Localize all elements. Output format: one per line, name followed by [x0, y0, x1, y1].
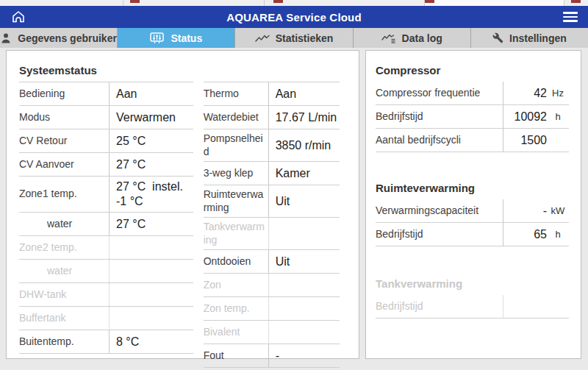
- row-value: Uit: [268, 185, 340, 217]
- row-value: 27 °C: [109, 153, 193, 176]
- table-row: Ruimteverwarming Uit: [204, 185, 340, 218]
- table-row: water 27 °C: [19, 213, 193, 236]
- row-label: Zon: [204, 274, 268, 296]
- row-value: [268, 218, 340, 249]
- datalog-icon: [381, 33, 396, 43]
- row-label: Verwarmingscapaciteit: [376, 199, 503, 222]
- row-unit: h: [547, 111, 569, 122]
- page-title: AQUAREA Service Cloud: [0, 11, 588, 24]
- row-label: Zone1 temp.: [19, 177, 109, 212]
- table-row: Fout -: [204, 344, 340, 368]
- tab-gegevens-gebruiker[interactable]: Gegevens gebruiker: [0, 28, 118, 48]
- wrench-icon: [492, 32, 503, 43]
- row-label: water: [19, 260, 109, 282]
- main-content: Systeemstatus Bediening Aan Modus Verwar…: [0, 48, 588, 370]
- tab-status[interactable]: Status: [118, 28, 235, 48]
- stats-icon: [255, 33, 270, 43]
- row-label: Buffertank: [19, 307, 109, 330]
- row-label: Fout: [204, 344, 268, 367]
- row-value-box: - kW: [503, 199, 569, 222]
- browser-strip: [0, 0, 588, 6]
- row-label: CV Aanvoer: [19, 153, 109, 176]
- row-value: [109, 283, 193, 306]
- table-row: Compressor frequentie 42 Hz: [376, 82, 569, 105]
- row-value: [109, 307, 193, 330]
- section-title-ruimteverwarming: Ruimteverwarming: [376, 182, 569, 194]
- section-tankverwarming: Tankverwarming Bedrijfstijd: [376, 277, 569, 319]
- row-value: 3850 r/min: [268, 129, 340, 161]
- row-value: Verwarmen: [109, 106, 193, 129]
- row-value: 17.67 L/min: [268, 106, 340, 129]
- row-value: 27 °C instel. -1 °C: [109, 177, 193, 212]
- tab-label: Status: [171, 32, 202, 44]
- strip-red-mark: [273, 0, 283, 3]
- app-header: AQUAREA Service Cloud: [0, 6, 588, 28]
- table-row: Zon: [204, 274, 340, 297]
- row-label: Thermo: [204, 82, 268, 105]
- row-label: DHW-tank: [19, 283, 109, 306]
- table-row: DHW-tank: [19, 283, 193, 307]
- strip-red-mark: [571, 0, 581, 3]
- section-title-tankverwarming: Tankverwarming: [376, 277, 569, 290]
- row-value: -: [503, 204, 547, 218]
- section-title-systeemstatus: Systeemstatus: [19, 64, 340, 77]
- home-button[interactable]: [9, 8, 28, 26]
- status-columns: Bediening Aan Modus Verwarmen CV Retour …: [19, 82, 340, 368]
- table-row: Zone1 temp. 27 °C instel. -1 °C: [19, 177, 193, 213]
- status-icon: [150, 32, 165, 44]
- row-value: 65: [503, 228, 547, 241]
- tab-label: Data log: [402, 32, 442, 44]
- row-label: Zone2 temp.: [19, 236, 109, 259]
- strip-divider: [564, 0, 564, 6]
- row-value: [109, 260, 193, 282]
- table-row: 3-weg klep Kamer: [204, 162, 340, 185]
- table-row: Zon temp.: [204, 297, 340, 321]
- row-value: [268, 321, 340, 344]
- tab-statistieken[interactable]: Statistieken: [235, 28, 353, 48]
- row-label: Bivalent: [204, 321, 268, 344]
- tab-label: Instellingen: [509, 32, 567, 44]
- strip-red-mark: [425, 0, 434, 3]
- row-value: Uit: [268, 250, 340, 273]
- row-label: Pompsnelheid: [204, 129, 268, 161]
- row-value-box: 1500: [503, 129, 569, 152]
- compressor-panel: Compressor Compressor frequentie 42 Hz B…: [365, 50, 581, 359]
- row-value: [109, 236, 193, 259]
- table-row: Modus Verwarmen: [19, 106, 193, 129]
- table-row: Pompsnelheid 3850 r/min: [204, 129, 340, 162]
- app-screen: AQUAREA Service Cloud Gegevens gebruiker: [0, 0, 588, 370]
- table-row: CV Aanvoer 27 °C: [19, 153, 193, 177]
- row-value: 1500: [503, 134, 547, 147]
- row-label: Waterdebiet: [204, 106, 268, 129]
- row-label: Aantal bedrijfscycli: [376, 129, 503, 152]
- row-value-box: 65 h: [503, 223, 569, 246]
- row-label: Compressor frequentie: [376, 82, 503, 104]
- table-row: Thermo Aan: [204, 82, 340, 106]
- row-label: Ruimteverwarming: [204, 185, 268, 217]
- row-value: 8 °C: [109, 330, 193, 353]
- row-value: Aan: [268, 82, 340, 105]
- row-label: CV Retour: [19, 129, 109, 152]
- systeemstatus-panel: Systeemstatus Bediening Aan Modus Verwar…: [6, 50, 359, 359]
- tab-bar: Gegevens gebruiker Status: [0, 28, 588, 48]
- tab-data-log[interactable]: Data log: [354, 28, 471, 48]
- table-row: Bediening Aan: [19, 82, 193, 106]
- table-row: Bedrijfstijd 65 h: [376, 223, 569, 246]
- user-icon: [0, 32, 12, 44]
- hamburger-icon: [563, 12, 578, 14]
- row-value: 10092: [503, 110, 547, 124]
- table-row: Zone2 temp.: [19, 236, 193, 260]
- row-label: 3-weg klep: [204, 162, 268, 185]
- table-row: Buffertank: [19, 307, 193, 330]
- tab-instellingen[interactable]: Instellingen: [471, 28, 588, 48]
- row-label: Bediening: [19, 82, 109, 105]
- section-ruimteverwarming: Ruimteverwarming Verwarmingscapaciteit -…: [376, 182, 569, 246]
- row-label: Bedrijfstijd: [376, 105, 503, 128]
- row-label: Tankverwarming: [204, 218, 268, 249]
- menu-button[interactable]: [562, 9, 579, 25]
- row-value: -: [268, 344, 340, 367]
- row-value: 42: [503, 87, 547, 100]
- table-row: Verwarmingscapaciteit - kW: [376, 199, 569, 223]
- status-list-1: Bediening Aan Modus Verwarmen CV Retour …: [19, 82, 193, 368]
- table-row: Ontdooien Uit: [204, 250, 340, 274]
